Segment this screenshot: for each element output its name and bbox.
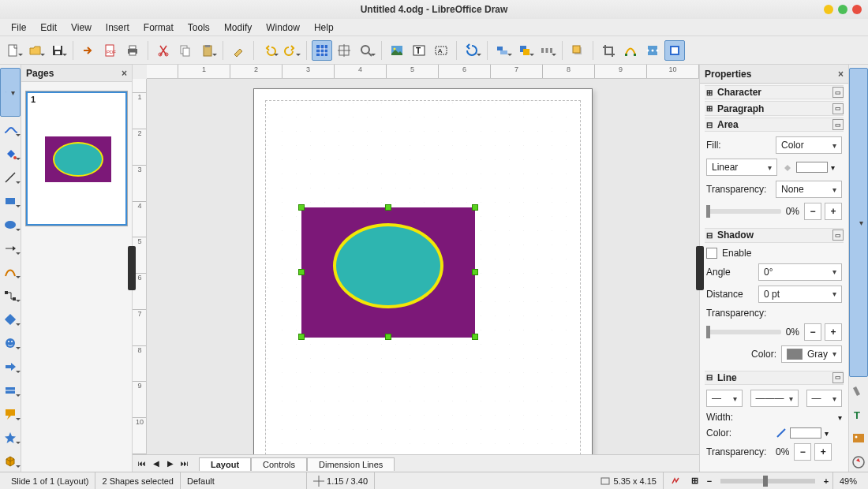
menu-view[interactable]: View	[65, 21, 98, 35]
shadow-enable-check[interactable]	[706, 248, 717, 259]
tab-layout[interactable]: Layout	[199, 457, 251, 471]
grid-button[interactable]	[312, 40, 332, 61]
section-character[interactable]: ⊞Character ▭	[705, 85, 844, 99]
copy-button[interactable]	[175, 40, 196, 61]
helplines-button[interactable]	[334, 40, 354, 61]
insert-fontwork-button[interactable]: A	[431, 40, 451, 61]
area-more-icon[interactable]: ▭	[832, 119, 844, 130]
menu-tools[interactable]: Tools	[181, 21, 216, 35]
shadow-dist-select[interactable]: 0 pt	[758, 286, 842, 303]
toggle-extrusion-button[interactable]	[664, 40, 685, 61]
sel-handle-tl[interactable]	[298, 204, 305, 211]
character-more-icon[interactable]: ▭	[832, 87, 844, 98]
status-signature-icon[interactable]	[664, 472, 687, 489]
gradient-select[interactable]: Linear	[706, 159, 777, 176]
tab-controls[interactable]: Controls	[251, 457, 307, 471]
fill-type-select[interactable]: Color	[776, 136, 842, 154]
sel-handle-mr[interactable]	[472, 269, 478, 275]
tab-nav-next[interactable]: ▶	[164, 457, 177, 470]
clone-format-button[interactable]	[228, 40, 249, 61]
tab-nav-first[interactable]: ⏮	[136, 457, 148, 470]
area-transp-plus[interactable]: +	[825, 203, 842, 220]
select-tool[interactable]	[0, 68, 21, 117]
shadow-toggle-button[interactable]	[567, 40, 588, 61]
sel-handle-tc[interactable]	[385, 204, 391, 211]
tab-dimension-lines[interactable]: Dimension Lines	[307, 457, 395, 471]
shadow-transp-slider[interactable]	[706, 330, 781, 334]
basic-shapes-tool[interactable]	[0, 309, 21, 330]
arrow-line-tool[interactable]	[0, 238, 21, 259]
section-area[interactable]: ⊟Area ▭	[705, 118, 844, 132]
shadow-transp-minus[interactable]: −	[804, 323, 821, 341]
menu-help[interactable]: Help	[308, 21, 340, 35]
save-button[interactable]	[47, 40, 68, 61]
shape-ellipse[interactable]	[333, 223, 443, 308]
callout-tool[interactable]	[0, 404, 21, 424]
open-button[interactable]	[25, 40, 46, 61]
distribute-button[interactable]	[537, 40, 557, 61]
pages-panel-close-icon[interactable]: ×	[122, 68, 127, 79]
status-style[interactable]: Default	[181, 472, 307, 489]
area-transp-slider[interactable]	[706, 209, 781, 214]
page-thumbnail-1[interactable]: 1	[26, 91, 127, 226]
canvas-viewport[interactable]	[147, 79, 699, 454]
maximize-button[interactable]	[838, 5, 847, 14]
sidebar-properties-icon[interactable]	[849, 68, 868, 377]
fill-color-tool[interactable]	[0, 144, 21, 164]
zoom-out-button[interactable]: −	[703, 476, 716, 486]
undo-button[interactable]	[259, 40, 279, 61]
paragraph-more-icon[interactable]: ▭	[832, 103, 844, 114]
shadow-angle-select[interactable]: 0°	[758, 263, 842, 281]
star-tool[interactable]	[0, 427, 21, 448]
sel-handle-bc[interactable]	[385, 334, 391, 340]
line-transp-minus[interactable]: −	[794, 443, 811, 461]
minimize-button[interactable]	[824, 5, 833, 14]
edit-points-button[interactable]	[620, 40, 641, 61]
area-transp-type-select[interactable]: None	[776, 181, 842, 198]
section-shadow[interactable]: ⊟Shadow ▭	[705, 228, 844, 242]
sel-handle-bl[interactable]	[298, 334, 305, 340]
zoom-in-button[interactable]: +	[820, 476, 832, 486]
zoom-percent[interactable]: 49%	[832, 472, 863, 489]
tab-nav-prev[interactable]: ◀	[150, 457, 163, 470]
3d-objects-tool[interactable]	[0, 451, 21, 472]
close-button[interactable]	[852, 5, 862, 14]
line-style-select[interactable]: ———	[750, 390, 799, 407]
transformations-button[interactable]	[462, 40, 482, 61]
block-arrows-tool[interactable]	[0, 356, 21, 377]
cut-button[interactable]	[153, 40, 174, 61]
menu-format[interactable]: Format	[137, 21, 180, 35]
connector-tool[interactable]	[0, 286, 21, 306]
arrange-button[interactable]	[514, 40, 535, 61]
menu-file[interactable]: File	[5, 21, 32, 35]
export-pdf-button[interactable]: PDF	[100, 40, 121, 61]
area-transp-minus[interactable]: −	[804, 203, 821, 220]
menu-insert[interactable]: Insert	[99, 21, 136, 35]
line-arrow-start[interactable]: —	[706, 390, 743, 407]
sel-handle-ml[interactable]	[298, 269, 305, 275]
menu-edit[interactable]: Edit	[34, 21, 63, 35]
paste-button[interactable]	[197, 40, 218, 61]
sidebar-navigator2-icon[interactable]	[849, 453, 868, 472]
menu-window[interactable]: Window	[260, 21, 306, 35]
sel-handle-br[interactable]	[472, 334, 478, 340]
curve-tool[interactable]	[0, 262, 21, 282]
new-button[interactable]	[3, 40, 24, 61]
properties-close-icon[interactable]: ×	[838, 69, 844, 80]
line-color-swatch[interactable]	[790, 427, 821, 439]
align-button[interactable]	[492, 40, 513, 61]
section-paragraph[interactable]: ⊞Paragraph ▭	[705, 101, 844, 115]
print-button[interactable]	[122, 40, 143, 61]
ellipse-tool[interactable]	[0, 215, 21, 235]
zoom-slider[interactable]	[720, 479, 815, 483]
crop-button[interactable]	[598, 40, 619, 61]
line-color-tool[interactable]	[0, 120, 21, 140]
shadow-more-icon[interactable]: ▭	[832, 230, 844, 241]
line-more-icon[interactable]: ▭	[832, 372, 844, 383]
sidebar-gallery-icon[interactable]: T	[849, 405, 868, 424]
left-collapse-handle[interactable]	[128, 246, 136, 290]
shadow-transp-plus[interactable]: +	[825, 323, 842, 341]
section-line[interactable]: ⊟Line ▭	[705, 371, 844, 385]
sidebar-styles-icon[interactable]	[849, 382, 868, 401]
text-box-button[interactable]: T	[409, 40, 429, 61]
